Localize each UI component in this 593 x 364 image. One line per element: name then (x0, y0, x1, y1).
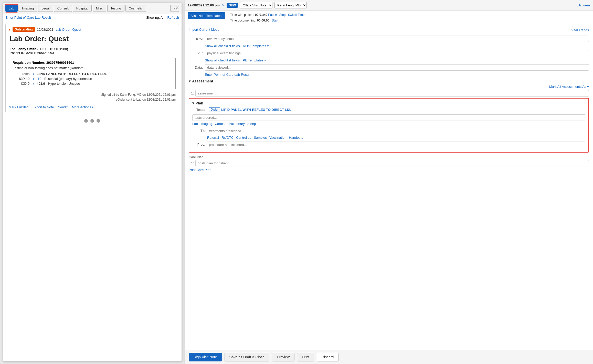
ros-label: ROS: (189, 36, 203, 41)
referral-link[interactable]: Referral (207, 136, 219, 140)
tab-hospital[interactable]: Hospital (73, 5, 92, 12)
right-subheader: Visit Note Templates Time with patient: … (185, 11, 593, 25)
time-with-patient-label: Time with patient: (230, 13, 254, 17)
tests-detail-label: Tests: (13, 72, 30, 76)
assessment-num-1: 1: (189, 91, 194, 95)
plan-sleep-link[interactable]: Sleep (247, 122, 256, 126)
assessment-input-1[interactable] (195, 90, 589, 97)
toggle-arrow-icon[interactable]: ▾ (9, 27, 10, 31)
print-button[interactable]: Print (297, 353, 314, 361)
preview-button[interactable]: Preview (272, 353, 294, 361)
dot-2[interactable] (90, 119, 94, 123)
pause-link[interactable]: Pause (268, 13, 277, 17)
note-type-select[interactable]: Office Visit Note (240, 2, 272, 8)
tab-legal[interactable]: Legal (38, 5, 53, 12)
mark-fulfilled-link[interactable]: Mark Fulfilled (9, 105, 28, 109)
show-all-checklist-ros-link[interactable]: Show all checklist fields (205, 44, 240, 48)
lab-order-card: ▾ Outstanding 12/08/2021 Lab Order: Ques… (5, 24, 179, 112)
tx-label: Tx: (192, 128, 205, 133)
proc-input[interactable] (207, 142, 585, 148)
tab-cosmetic[interactable]: Cosmetic (125, 5, 146, 12)
switch-timer-link[interactable]: Switch Timer (288, 13, 306, 17)
provider-select[interactable]: Karin Feng, MD (274, 2, 307, 8)
tests-row-detail: Tests: › LIPID PANEL WITH REFLEX TO DIRE… (13, 72, 172, 76)
data-row: Data: (189, 64, 589, 71)
lab-date: 12/08/2021 (37, 28, 54, 31)
pe-input[interactable] (205, 50, 589, 56)
plan-cardiac-link[interactable]: Cardiac (215, 122, 226, 126)
dot-1[interactable] (84, 119, 88, 123)
print-care-plan-link[interactable]: Print Care Plan (189, 168, 211, 172)
pe-templates-link[interactable]: PE Templates ▾ (243, 58, 266, 62)
icd10-value: I10 - Essential (primary) hypertension (37, 77, 92, 81)
import-current-meds-link[interactable]: Import Current Meds (189, 28, 219, 31)
tab-lab[interactable]: Lab (5, 5, 18, 12)
plan-title: Plan (196, 101, 203, 105)
plan-tests-label: Tests: (192, 107, 205, 112)
plan-tests-arrow[interactable]: › (207, 108, 208, 112)
icd9-value: 401.9 - Hypertension Unspec (37, 82, 80, 85)
visit-datetime: 12/08/2021 12:00 pm (188, 3, 220, 7)
vaccination-link[interactable]: Vaccination (269, 136, 286, 140)
lab-patient-info: For: Jenny Smith (D.O.B.: 01/01/1980) Pa… (9, 47, 176, 55)
sign-visit-note-button[interactable]: Sign Visit Note (189, 353, 222, 361)
tx-links: Referral Rx/OTC Controlled Samples Vacci… (207, 136, 585, 140)
time-documenting-value: 00:00:00 (257, 19, 269, 22)
more-actions-dropdown[interactable]: More Actions ▾ (72, 105, 93, 109)
plan-imaging-link[interactable]: Imaging (200, 122, 212, 126)
pe-row: PE: (189, 50, 589, 56)
discard-button[interactable]: Discard (317, 353, 338, 361)
ros-input[interactable] (205, 36, 589, 42)
handouts-link[interactable]: Handouts (289, 136, 303, 140)
ros-templates-link[interactable]: ROS Templates ▾ (243, 44, 269, 48)
mark-all-assessments-link[interactable]: Mark All Assessments As ▾ (549, 85, 589, 89)
edit-datetime-icon[interactable]: ✎ (222, 3, 225, 7)
tab-imaging[interactable]: Imaging (19, 5, 37, 12)
tab-consult[interactable]: Consult (54, 5, 72, 12)
assessment-row-1: 1: (189, 90, 589, 97)
enter-lab-result-link-right[interactable]: Enter Point-of-Care Lab Result (205, 73, 250, 77)
mark-all-row: Mark All Assessments As ▾ (189, 85, 589, 89)
tab-testing[interactable]: Testing (107, 5, 124, 12)
plan-tests-row: Tests: › Order LIPID PANEL WITH REFLEX T… (192, 107, 585, 112)
assessment-toggle-icon[interactable]: ▾ (189, 79, 190, 83)
start-link[interactable]: Start (272, 19, 278, 22)
vital-trends-link[interactable]: Vital Trends (571, 28, 589, 32)
time-documenting-label: Time documenting: (230, 19, 256, 22)
order-badge[interactable]: Order (209, 107, 220, 112)
visit-note-templates-button[interactable]: Visit Note Templates (188, 12, 225, 19)
tests-ordered-input[interactable] (192, 114, 585, 121)
plan-pulmonary-link[interactable]: Pulmonary (229, 122, 245, 126)
save-as-draft-close-button[interactable]: Save as Draft & Close (225, 353, 270, 361)
plan-lab-link[interactable]: Lab (192, 122, 198, 126)
requisition-number: Requisition Number: 393967566061601 (13, 61, 172, 65)
refresh-link[interactable]: Refresh (167, 16, 179, 19)
care-plan-input-1[interactable] (195, 160, 589, 166)
pe-templates-chevron-icon: ▾ (264, 58, 266, 62)
samples-link[interactable]: Samples (254, 136, 267, 140)
tab-misc[interactable]: Misc (93, 5, 106, 12)
icd10-arrow[interactable]: › (33, 77, 34, 81)
tx-input[interactable] (207, 128, 585, 134)
controlled-link[interactable]: Controlled (236, 136, 251, 140)
stop-link[interactable]: Stop (279, 13, 286, 17)
close-button[interactable]: ✕ (175, 5, 179, 10)
show-all-checklist-pe-link[interactable]: Show all checklist fields (205, 58, 240, 62)
mark-all-chevron-icon: ▾ (587, 85, 589, 89)
icd9-label: ICD-9: (13, 82, 30, 85)
plan-toggle-icon[interactable]: ▾ (192, 101, 194, 105)
icd10-row: ICD-10: › I10 - Essential (primary) hype… (13, 77, 172, 81)
patient-dob: (D.O.B.: 01/01/1980) (37, 47, 68, 51)
data-input[interactable] (205, 64, 589, 71)
fullscreen-button[interactable]: fullscreen (576, 3, 590, 7)
icd9-arrow[interactable]: › (33, 82, 34, 85)
plan-tests-content: › Order LIPID PANEL WITH REFLEX TO DIREC… (207, 107, 585, 112)
enter-lab-result-link-left[interactable]: Enter Point-of-Care Lab Result (5, 16, 51, 19)
send-dropdown[interactable]: Send ▾ (58, 105, 68, 109)
lab-order-type: Lab Order: Quest (56, 28, 81, 31)
tests-arrow[interactable]: › (33, 72, 34, 76)
export-to-note-link[interactable]: Export to Note (33, 105, 54, 109)
patient-id: Patient ID: 328119605460993 (10, 51, 54, 55)
dot-3[interactable] (97, 119, 100, 123)
rx-otc-link[interactable]: Rx/OTC (221, 136, 234, 140)
